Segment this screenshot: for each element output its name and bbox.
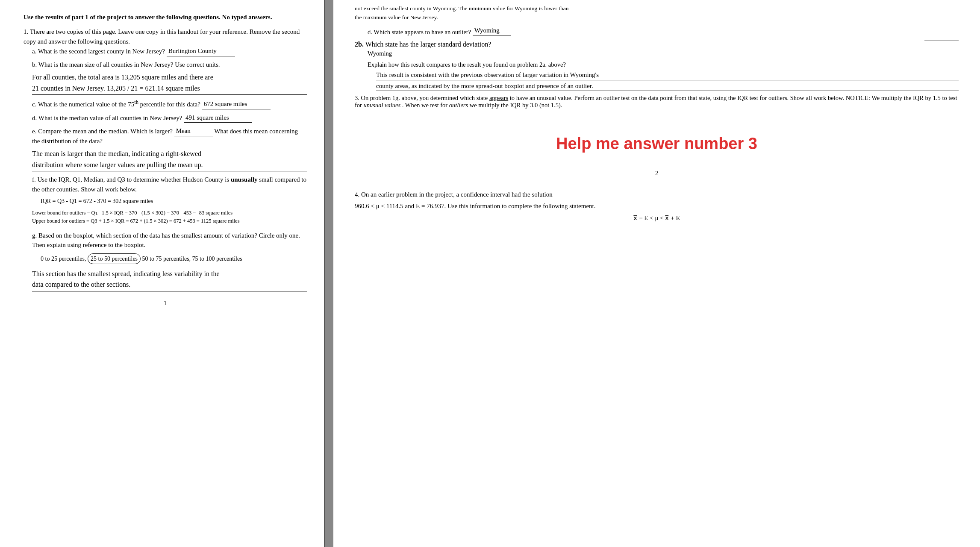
- q1d-right-answer: Wyoming: [473, 26, 511, 36]
- q1f-iqr: IQR = Q3 - Q1 = 672 - 370 = 302 square m…: [41, 197, 307, 206]
- q1d-right: d. Which state appears to have an outlie…: [368, 26, 959, 36]
- q2b-explain-line1: This result is consistent with the previ…: [376, 70, 959, 80]
- q1f: f. Use the IQR, Q1, Median, and Q3 to de…: [32, 175, 307, 225]
- q1g-circled: 25 to 50 percentiles: [88, 253, 141, 264]
- q4-math: x̅ − E < μ < x̅ + E: [355, 214, 959, 222]
- q1g: g. Based on the boxplot, which section o…: [32, 231, 307, 291]
- q1e-answer: Mean: [174, 126, 213, 136]
- q1-item: 1. There are two copies of this page. Le…: [24, 27, 307, 291]
- q1f-lower: Lower bound for outliers = Q₁ - 1.5 × IQ…: [32, 209, 307, 217]
- page-left: Use the results of part 1 of the project…: [0, 0, 325, 547]
- q1d-answer: 491 square miles: [184, 113, 252, 123]
- page-divider: [325, 0, 333, 547]
- q1b-answer: For all counties, the total area is 13,2…: [32, 71, 307, 95]
- q1b: b. What is the mean size of all counties…: [32, 60, 307, 95]
- q2b-explain-line2: county areas, as indicated by the more s…: [376, 81, 959, 91]
- right-page-num: 2: [355, 170, 959, 177]
- q2b-answer: Wyoming: [368, 49, 959, 59]
- help-text: Help me answer number 3: [355, 135, 959, 153]
- q1e-explain: The mean is larger than the median, indi…: [32, 147, 307, 171]
- q1g-explain: This section has the smallest spread, in…: [32, 268, 307, 291]
- q1c-answer: 672 square miles: [202, 99, 271, 109]
- q3-question: 3. On problem 1g. above, you determined …: [355, 94, 959, 109]
- q1f-upper: Upper bound for outliers = Q3 + 1.5 × IQ…: [32, 217, 307, 225]
- q1g-choices: 0 to 25 percentiles, 25 to 50 percentile…: [41, 253, 307, 264]
- q1d: d. What is the median value of all count…: [32, 113, 307, 123]
- q1c: c. What is the numerical value of the 75…: [32, 98, 307, 109]
- left-page-num: 1: [24, 300, 307, 307]
- q4-section: 4. On an earlier problem in the project,…: [355, 190, 959, 222]
- q1e: e. Compare the mean and the median. Whic…: [32, 126, 307, 171]
- q2b-block: 2b. Which state has the larger standard …: [355, 41, 959, 59]
- left-header: Use the results of part 1 of the project…: [24, 13, 307, 22]
- q1a-answer: Burlington County: [167, 46, 235, 56]
- q2b-explain-intro: Explain how this result compares to the …: [368, 61, 959, 68]
- page-right: not exceed the smallest county in Wyomin…: [333, 0, 980, 547]
- right-top-handwritten: not exceed the smallest county in Wyomin…: [355, 4, 959, 22]
- q1a: a. What is the second largest county in …: [32, 46, 307, 56]
